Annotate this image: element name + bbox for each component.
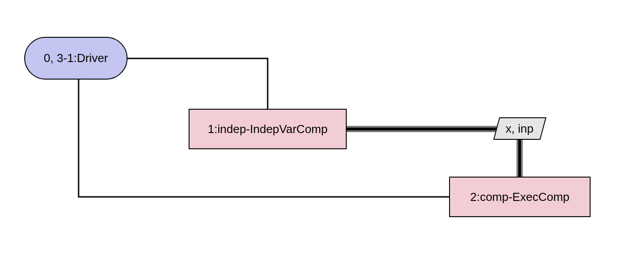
component-node-exec: 2:comp-ExecComp: [449, 177, 591, 217]
component-label-exec: 2:comp-ExecComp: [470, 190, 569, 204]
xdsm-diagram: 0, 3-1:Driver 1:indep-IndepVarComp 2:com…: [0, 0, 644, 258]
driver-node: 0, 3-1:Driver: [24, 37, 128, 80]
data-label: x, inp: [506, 122, 534, 136]
conn-driver-comp1: [128, 58, 268, 110]
component-node-indep: 1:indep-IndepVarComp: [189, 109, 347, 149]
component-label-indep: 1:indep-IndepVarComp: [208, 122, 328, 136]
driver-label: 0, 3-1:Driver: [44, 51, 108, 65]
data-node: x, inp: [493, 117, 546, 140]
